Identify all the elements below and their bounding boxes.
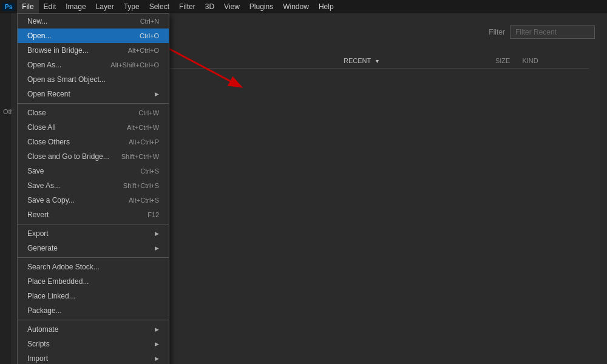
menu-item-open-smart-object[interactable]: Open as Smart Object... xyxy=(18,72,169,87)
col-header-kind[interactable]: KIND xyxy=(516,53,589,69)
menu-layer[interactable]: Layer xyxy=(91,0,119,13)
menu-item-export[interactable]: Export xyxy=(18,226,169,241)
menu-item-new[interactable]: New... Ctrl+N xyxy=(18,14,169,29)
menu-item-open[interactable]: Open... Ctrl+O xyxy=(18,29,169,43)
menu-item-place-embedded[interactable]: Place Embedded... xyxy=(18,274,169,289)
menu-plugins[interactable]: Plugins xyxy=(245,0,278,13)
separator-4 xyxy=(18,320,169,320)
left-sidebar: Others xyxy=(0,13,12,364)
col-header-recent[interactable]: RECENT ▼ xyxy=(337,53,449,69)
sort-arrow-down: ▼ xyxy=(375,58,380,64)
separator-1 xyxy=(18,103,169,104)
menu-image[interactable]: Image xyxy=(61,0,90,13)
menu-item-automate[interactable]: Automate xyxy=(18,322,169,337)
separator-3 xyxy=(18,257,169,258)
menu-item-close-all[interactable]: Close All Alt+Ctrl+W xyxy=(18,120,169,135)
menu-item-import[interactable]: Import xyxy=(18,351,169,364)
menu-item-save-copy[interactable]: Save a Copy... Alt+Ctrl+S xyxy=(18,193,169,207)
menu-item-close-others[interactable]: Close Others Alt+Ctrl+P xyxy=(18,135,169,149)
menu-item-generate[interactable]: Generate xyxy=(18,241,169,255)
filter-input[interactable] xyxy=(510,25,595,39)
menu-item-close-go-bridge[interactable]: Close and Go to Bridge... Shift+Ctrl+W xyxy=(18,149,169,164)
menu-item-browse-bridge[interactable]: Browse in Bridge... Alt+Ctrl+O xyxy=(18,43,169,58)
menu-type[interactable]: Type xyxy=(119,0,144,13)
menu-edit[interactable]: Edit xyxy=(39,0,61,13)
menubar: Ps File Edit Image Layer Type Select Fil… xyxy=(0,0,607,13)
menu-item-scripts[interactable]: Scripts xyxy=(18,337,169,351)
menu-file[interactable]: File xyxy=(17,0,38,13)
menu-item-search-stock[interactable]: Search Adobe Stock... xyxy=(18,260,169,274)
separator-2 xyxy=(18,224,169,224)
menu-window[interactable]: Window xyxy=(278,0,314,13)
menu-item-close[interactable]: Close Ctrl+W xyxy=(18,106,169,120)
menu-item-save[interactable]: Save Ctrl+S xyxy=(18,164,169,178)
menu-select[interactable]: Select xyxy=(144,0,174,13)
app-logo: Ps xyxy=(2,3,15,11)
menu-view[interactable]: View xyxy=(219,0,245,13)
filter-bar: Filter xyxy=(489,25,595,39)
menu-filter[interactable]: Filter xyxy=(174,0,200,13)
filter-label: Filter xyxy=(489,28,505,36)
menu-item-open-recent[interactable]: Open Recent xyxy=(18,87,169,101)
menu-help[interactable]: Help xyxy=(314,0,339,13)
file-dropdown-menu: New... Ctrl+N Open... Ctrl+O Browse in B… xyxy=(17,13,169,364)
menu-item-open-as[interactable]: Open As... Alt+Shift+Ctrl+O xyxy=(18,58,169,72)
col-header-size[interactable]: SIZE xyxy=(449,53,516,69)
menu-3d[interactable]: 3D xyxy=(200,0,219,13)
menu-item-save-as[interactable]: Save As... Shift+Ctrl+S xyxy=(18,178,169,193)
menu-item-revert[interactable]: Revert F12 xyxy=(18,207,169,222)
menu-item-package[interactable]: Package... xyxy=(18,303,169,318)
menu-item-place-linked[interactable]: Place Linked... xyxy=(18,289,169,303)
